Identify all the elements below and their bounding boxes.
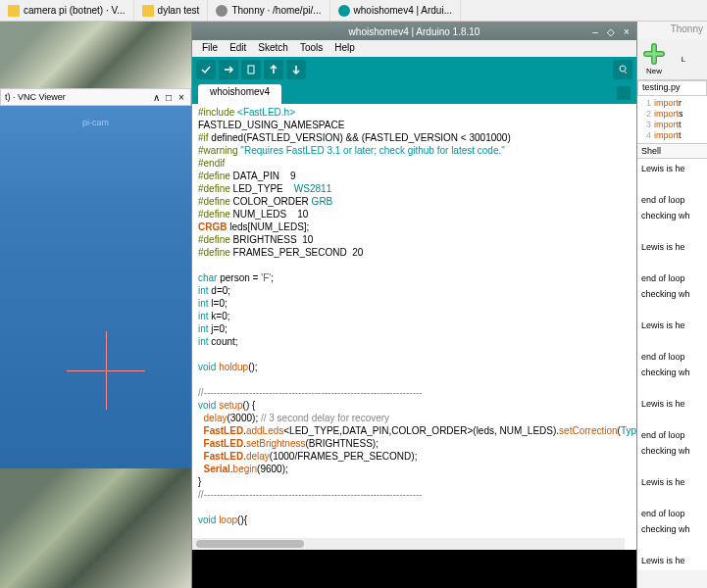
code-editor[interactable]: #include <FastLED.h> FASTLED_USING_NAMES… — [192, 104, 636, 550]
shell-line: end of loop — [641, 429, 703, 441]
taskbar-item-thonny[interactable]: Thonny · /home/pi/... — [208, 0, 329, 21]
tab-whoishomev4[interactable]: whoishomev4 — [198, 84, 281, 104]
thonny-tab[interactable]: testing.py — [637, 80, 707, 96]
arduino-toolbar — [192, 57, 636, 82]
maximize-icon[interactable]: □ — [164, 92, 174, 102]
shell-line — [641, 178, 703, 190]
tab-menu-icon[interactable] — [617, 86, 631, 100]
shell-line: end of loop — [641, 194, 703, 206]
shell-line: checking wh — [641, 288, 703, 300]
folder-icon — [8, 5, 20, 17]
arduino-menubar: File Edit Sketch Tools Help — [192, 40, 636, 57]
minimize-icon[interactable]: – — [589, 25, 601, 37]
shell-line — [641, 225, 703, 237]
close-icon[interactable]: × — [621, 25, 632, 37]
shell-line — [641, 335, 703, 347]
arduino-console — [192, 550, 636, 588]
shell-line: Lewis is he — [641, 319, 703, 331]
vnc-viewport[interactable]: pi-cam — [0, 106, 191, 468]
shell-line: Lewis is he — [641, 555, 703, 566]
arduino-icon — [338, 5, 350, 17]
svg-point-1 — [620, 66, 626, 72]
scrollbar-thumb[interactable] — [196, 540, 304, 548]
shell-line — [641, 257, 703, 269]
menu-help[interactable]: Help — [328, 40, 361, 57]
shell-line: checking wh — [641, 523, 703, 535]
shell-line: checking wh — [641, 445, 703, 457]
arduino-tabbar: whoishomev4 — [192, 82, 636, 104]
wallpaper-top — [0, 22, 191, 88]
vnc-title-text: t) · VNC Viewer — [5, 92, 66, 102]
wallpaper-bottom — [0, 468, 191, 588]
maximize-icon[interactable]: ◇ — [605, 25, 617, 37]
thonny-toolbar: New L — [637, 39, 707, 80]
new-button[interactable] — [241, 60, 261, 79]
svg-rect-0 — [248, 66, 254, 74]
thonny-icon — [216, 5, 227, 17]
minimize-icon[interactable]: ∧ — [151, 92, 161, 102]
plus-icon — [643, 43, 665, 65]
shell-line — [641, 304, 703, 316]
thonny-title: Thonny — [637, 22, 707, 39]
open-button[interactable] — [264, 60, 283, 79]
close-icon[interactable]: × — [177, 92, 186, 102]
arduino-titlebar[interactable]: whoishomev4 | Arduino 1.8.10 – ◇ × — [192, 23, 636, 40]
crosshair-overlay — [67, 331, 145, 410]
shell-line: Lewis is he — [641, 241, 703, 253]
shell-line — [641, 461, 703, 472]
horizontal-scrollbar[interactable] — [192, 538, 625, 550]
vnc-titlebar[interactable]: t) · VNC Viewer ∧ □ × — [0, 88, 191, 106]
taskbar-item-arduino[interactable]: whoishomev4 | Ardui... — [330, 0, 461, 21]
shell-line: end of loop — [641, 351, 703, 363]
taskbar-item-dylan[interactable]: dylan test — [134, 0, 209, 21]
shell-line: Lewis is he — [641, 163, 703, 174]
thonny-window: Thonny New L testing.py 1import r 2impor… — [637, 22, 707, 588]
serial-monitor-button[interactable] — [613, 60, 632, 79]
shell-line — [641, 414, 703, 425]
shell-line: checking wh — [641, 210, 703, 221]
shell-line — [641, 382, 703, 394]
arduino-title-text: whoishomev4 | Arduino 1.8.10 — [349, 26, 480, 37]
menu-sketch[interactable]: Sketch — [252, 40, 294, 57]
thonny-shell[interactable]: Lewis is he end of loopchecking wh Lewis… — [637, 159, 707, 570]
menu-file[interactable]: File — [196, 40, 224, 57]
shell-line — [641, 539, 703, 551]
vnc-camera-label: pi-cam — [82, 118, 109, 127]
shell-line: end of loop — [641, 508, 703, 519]
menu-edit[interactable]: Edit — [224, 40, 252, 57]
thonny-shell-label: Shell — [637, 144, 707, 159]
folder-icon — [142, 5, 154, 17]
verify-button[interactable] — [196, 60, 216, 79]
shell-line: Lewis is he — [641, 398, 703, 410]
shell-line: checking wh — [641, 367, 703, 378]
shell-line — [641, 492, 703, 504]
menu-tools[interactable]: Tools — [294, 40, 328, 57]
new-button[interactable]: New — [641, 43, 667, 75]
shell-line: Lewis is he — [641, 476, 703, 488]
taskbar-item-camera[interactable]: camera pi (botnet) · V... — [0, 0, 134, 21]
thonny-code-editor[interactable]: 1import r 2import s 3import t 4import t — [637, 96, 707, 144]
shell-line: end of loop — [641, 272, 703, 284]
taskbar: camera pi (botnet) · V... dylan test Tho… — [0, 0, 707, 22]
left-column: t) · VNC Viewer ∧ □ × pi-cam — [0, 22, 191, 588]
upload-button[interactable] — [219, 60, 238, 79]
load-button[interactable]: L — [671, 55, 696, 64]
arduino-window: whoishomev4 | Arduino 1.8.10 – ◇ × File … — [191, 22, 637, 588]
save-button[interactable] — [286, 60, 306, 79]
